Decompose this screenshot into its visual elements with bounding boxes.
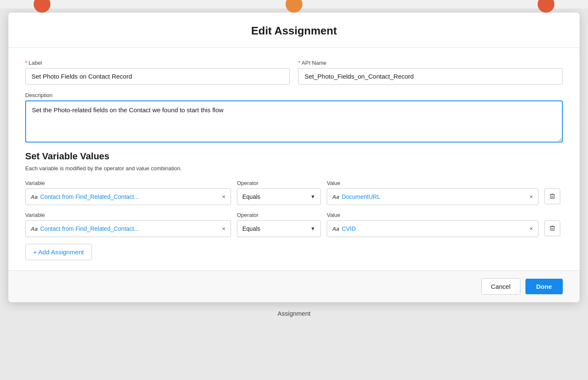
description-label: Description bbox=[25, 92, 563, 98]
operator-value-1: Equals bbox=[242, 193, 260, 200]
api-name-input[interactable] bbox=[298, 68, 563, 84]
value-text-1: DocumentURL bbox=[342, 193, 527, 200]
value-icon-1: Aa bbox=[332, 194, 339, 200]
operator-select-1[interactable]: Equals ▼ bbox=[237, 188, 321, 205]
operator-arrow-1: ▼ bbox=[310, 194, 315, 200]
variable-text-2: Contact from Find_Related_Contact... bbox=[40, 225, 220, 232]
value-pill-2[interactable]: Aa CVID × bbox=[327, 220, 538, 237]
done-button[interactable]: Done bbox=[525, 279, 563, 294]
delete-col-2 bbox=[544, 220, 563, 237]
section-description: Each variable is modified by the operato… bbox=[25, 165, 563, 172]
value-pill-1[interactable]: Aa DocumentURL × bbox=[327, 188, 538, 205]
cancel-label: Cancel bbox=[491, 283, 511, 290]
label-group: * Label bbox=[25, 60, 290, 84]
value-col-label-2: Value bbox=[327, 212, 538, 218]
label-required-star: * bbox=[25, 60, 27, 66]
bottom-hint-text: Assignment bbox=[278, 310, 310, 317]
assignment-row-1: Variable Aa Contact from Find_Related_Co… bbox=[25, 180, 563, 205]
api-name-group: * API Name bbox=[298, 60, 563, 84]
label-field-label: * Label bbox=[25, 60, 290, 66]
variable-close-1[interactable]: × bbox=[222, 193, 226, 200]
label-api-row: * Label * API Name bbox=[25, 60, 563, 84]
variable-col-2: Variable Aa Contact from Find_Related_Co… bbox=[25, 212, 231, 237]
operator-col-2: Operator Equals ▼ bbox=[237, 212, 321, 237]
modal-body: * Label * API Name Description Set the P… bbox=[8, 48, 580, 270]
operator-value-2: Equals bbox=[242, 225, 260, 232]
bg-icon-center bbox=[286, 0, 302, 13]
operator-col-1: Operator Equals ▼ bbox=[237, 180, 321, 205]
add-assignment-button[interactable]: + Add Assignment bbox=[25, 244, 92, 260]
modal-header: Edit Assignment bbox=[8, 13, 580, 48]
bg-icon-left bbox=[34, 0, 50, 13]
variable-col-label-1: Variable bbox=[25, 180, 231, 186]
trash-icon-2 bbox=[549, 225, 556, 232]
operator-col-label-2: Operator bbox=[237, 212, 321, 218]
variable-pill-1[interactable]: Aa Contact from Find_Related_Contact... … bbox=[25, 188, 231, 205]
assignment-row-2: Variable Aa Contact from Find_Related_Co… bbox=[25, 212, 563, 237]
api-name-field-label: * API Name bbox=[298, 60, 563, 66]
cancel-button[interactable]: Cancel bbox=[481, 278, 520, 295]
operator-col-label-1: Operator bbox=[237, 180, 321, 186]
delete-row-2-button[interactable] bbox=[544, 220, 560, 236]
description-textarea[interactable]: Set the Photo-related fields on the Cont… bbox=[25, 100, 563, 142]
api-name-required-star: * bbox=[298, 60, 300, 66]
value-icon-2: Aa bbox=[332, 226, 339, 232]
value-col-1: Value Aa DocumentURL × bbox=[327, 180, 538, 205]
variable-col-label-2: Variable bbox=[25, 212, 231, 218]
variable-icon-1: Aa bbox=[31, 194, 38, 200]
operator-arrow-2: ▼ bbox=[310, 226, 315, 232]
label-input[interactable] bbox=[25, 68, 290, 84]
trash-icon-1 bbox=[549, 193, 556, 200]
modal-footer: Cancel Done bbox=[8, 270, 580, 302]
section-title: Set Variable Values bbox=[25, 151, 563, 162]
value-col-2: Value Aa CVID × bbox=[327, 212, 538, 237]
description-group: Description Set the Photo-related fields… bbox=[25, 92, 563, 142]
add-assignment-label: + Add Assignment bbox=[33, 248, 84, 256]
done-label: Done bbox=[536, 283, 552, 290]
edit-assignment-modal: Edit Assignment * Label * API Name bbox=[8, 13, 580, 302]
variable-close-2[interactable]: × bbox=[222, 225, 226, 232]
variable-pill-2[interactable]: Aa Contact from Find_Related_Contact... … bbox=[25, 220, 231, 237]
bottom-hint: Assignment bbox=[0, 302, 588, 319]
delete-col-1 bbox=[544, 188, 563, 205]
value-col-label-1: Value bbox=[327, 180, 538, 186]
value-close-1[interactable]: × bbox=[530, 193, 533, 200]
variable-col-1: Variable Aa Contact from Find_Related_Co… bbox=[25, 180, 231, 205]
modal-title: Edit Assignment bbox=[25, 24, 563, 37]
bg-icon-right bbox=[538, 0, 554, 13]
variable-icon-2: Aa bbox=[31, 226, 38, 232]
value-close-2[interactable]: × bbox=[530, 225, 533, 232]
variable-text-1: Contact from Find_Related_Contact... bbox=[40, 193, 220, 200]
value-text-2: CVID bbox=[342, 225, 527, 232]
delete-row-1-button[interactable] bbox=[544, 188, 560, 204]
operator-select-2[interactable]: Equals ▼ bbox=[237, 220, 321, 237]
